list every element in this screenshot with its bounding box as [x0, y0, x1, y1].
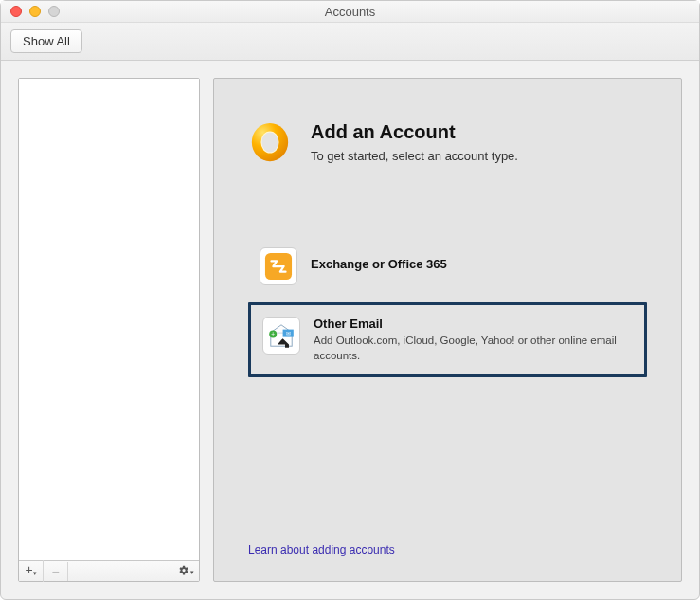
- plus-icon: +: [25, 562, 32, 577]
- outlook-icon: [248, 120, 292, 164]
- other-email-text: Other Email Add Outlook.com, iCloud, Goo…: [314, 317, 626, 363]
- hero-title: Add an Account: [311, 121, 518, 143]
- add-caret-icon: ▾: [33, 570, 37, 576]
- sidebar-footer: +▾ − ▾: [19, 560, 199, 581]
- exchange-title: Exchange or Office 365: [311, 257, 447, 271]
- other-email-desc: Add Outlook.com, iCloud, Google, Yahoo! …: [314, 334, 626, 363]
- accounts-sidebar: +▾ − ▾: [18, 78, 200, 582]
- main-panel: Add an Account To get started, select an…: [213, 78, 682, 582]
- titlebar: Accounts: [1, 1, 699, 23]
- hero-text: Add an Account To get started, select an…: [311, 121, 518, 163]
- gear-caret-icon: ▾: [190, 569, 194, 576]
- svg-text:+: +: [271, 331, 275, 337]
- other-email-title: Other Email: [314, 317, 626, 331]
- add-account-button[interactable]: +▾: [19, 560, 44, 582]
- gear-icon: [177, 564, 189, 579]
- svg-point-2: [261, 132, 278, 152]
- hero: Add an Account To get started, select an…: [248, 120, 647, 164]
- option-exchange[interactable]: Exchange or Office 365: [248, 238, 647, 295]
- svg-text:✉: ✉: [286, 330, 291, 336]
- settings-button[interactable]: ▾: [171, 564, 199, 579]
- accounts-list[interactable]: [19, 79, 199, 560]
- minus-icon: −: [51, 564, 59, 579]
- toolbar: Show All: [1, 23, 699, 61]
- show-all-button[interactable]: Show All: [10, 29, 82, 53]
- other-email-icon: ✉ +: [262, 317, 300, 355]
- exchange-icon: [260, 247, 297, 285]
- remove-account-button: −: [44, 562, 68, 581]
- content: +▾ − ▾: [1, 61, 699, 599]
- learn-link[interactable]: Learn about adding accounts: [248, 543, 647, 556]
- exchange-text: Exchange or Office 365: [311, 247, 447, 274]
- accounts-window: Accounts Show All +▾ − ▾: [0, 0, 700, 600]
- option-other-email[interactable]: ✉ + Other Email Add Outlook.com, iCloud,…: [248, 302, 647, 377]
- hero-subtitle: To get started, select an account type.: [311, 149, 518, 163]
- window-title: Accounts: [1, 5, 699, 19]
